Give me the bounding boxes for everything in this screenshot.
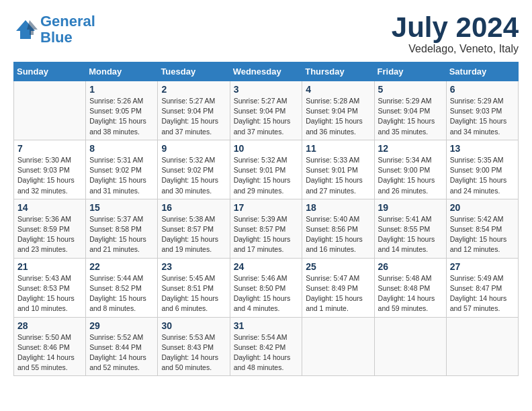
day-info: Sunrise: 5:27 AMSunset: 9:04 PMDaylight:… <box>234 96 299 137</box>
column-header-sunday: Sunday <box>14 62 86 81</box>
day-info: Sunrise: 5:29 AMSunset: 9:03 PMDaylight:… <box>450 96 515 137</box>
logo-icon <box>13 17 38 42</box>
day-info: Sunrise: 5:50 AMSunset: 8:46 PMDaylight:… <box>17 332 82 373</box>
day-number: 20 <box>450 202 515 213</box>
day-info: Sunrise: 5:37 AMSunset: 8:58 PMDaylight:… <box>89 214 154 255</box>
page-header: General Blue July 2024 Vedelago, Veneto,… <box>13 13 519 55</box>
column-header-friday: Friday <box>374 62 446 81</box>
calendar-cell: 27Sunrise: 5:49 AMSunset: 8:47 PMDayligh… <box>446 258 518 317</box>
day-number: 4 <box>306 84 370 95</box>
calendar-cell <box>446 317 518 376</box>
logo-text: General Blue <box>40 13 95 46</box>
day-number: 7 <box>17 143 82 154</box>
day-number: 15 <box>89 202 154 213</box>
calendar-table: SundayMondayTuesdayWednesdayThursdayFrid… <box>13 62 519 376</box>
column-header-thursday: Thursday <box>302 62 374 81</box>
day-number: 16 <box>161 202 226 213</box>
day-info: Sunrise: 5:26 AMSunset: 9:05 PMDaylight:… <box>89 96 154 137</box>
calendar-cell: 21Sunrise: 5:43 AMSunset: 8:53 PMDayligh… <box>14 258 86 317</box>
day-number: 5 <box>378 84 443 95</box>
day-number: 8 <box>89 143 154 154</box>
month-title: July 2024 <box>392 13 519 42</box>
calendar-cell: 12Sunrise: 5:34 AMSunset: 9:00 PMDayligh… <box>374 140 446 199</box>
day-info: Sunrise: 5:46 AMSunset: 8:50 PMDaylight:… <box>234 273 299 314</box>
day-info: Sunrise: 5:28 AMSunset: 9:04 PMDaylight:… <box>306 96 370 137</box>
day-number: 31 <box>234 320 299 331</box>
calendar-cell: 6Sunrise: 5:29 AMSunset: 9:03 PMDaylight… <box>446 81 518 140</box>
calendar-cell: 24Sunrise: 5:46 AMSunset: 8:50 PMDayligh… <box>230 258 302 317</box>
calendar-week-3: 14Sunrise: 5:36 AMSunset: 8:59 PMDayligh… <box>14 199 519 258</box>
calendar-cell: 2Sunrise: 5:27 AMSunset: 9:04 PMDaylight… <box>158 81 230 140</box>
calendar-cell: 23Sunrise: 5:45 AMSunset: 8:51 PMDayligh… <box>158 258 230 317</box>
day-number: 6 <box>450 84 515 95</box>
column-header-wednesday: Wednesday <box>230 62 302 81</box>
calendar-cell: 19Sunrise: 5:41 AMSunset: 8:55 PMDayligh… <box>374 199 446 258</box>
calendar-cell: 10Sunrise: 5:32 AMSunset: 9:01 PMDayligh… <box>230 140 302 199</box>
day-number: 27 <box>450 261 515 272</box>
day-info: Sunrise: 5:33 AMSunset: 9:01 PMDaylight:… <box>306 155 370 196</box>
day-number: 17 <box>234 202 299 213</box>
day-number: 9 <box>161 143 226 154</box>
calendar-cell: 18Sunrise: 5:40 AMSunset: 8:56 PMDayligh… <box>302 199 374 258</box>
day-info: Sunrise: 5:38 AMSunset: 8:57 PMDaylight:… <box>161 214 226 255</box>
calendar-cell: 15Sunrise: 5:37 AMSunset: 8:58 PMDayligh… <box>86 199 158 258</box>
day-number: 18 <box>306 202 370 213</box>
calendar-header-row: SundayMondayTuesdayWednesdayThursdayFrid… <box>14 62 519 81</box>
day-info: Sunrise: 5:49 AMSunset: 8:47 PMDaylight:… <box>450 273 515 314</box>
day-number: 26 <box>378 261 443 272</box>
calendar-cell: 5Sunrise: 5:29 AMSunset: 9:04 PMDaylight… <box>374 81 446 140</box>
day-number: 12 <box>378 143 443 154</box>
day-number: 11 <box>306 143 370 154</box>
calendar-cell: 4Sunrise: 5:28 AMSunset: 9:04 PMDaylight… <box>302 81 374 140</box>
column-header-saturday: Saturday <box>446 62 518 81</box>
day-number: 1 <box>89 84 154 95</box>
day-number: 28 <box>17 320 82 331</box>
calendar-cell: 16Sunrise: 5:38 AMSunset: 8:57 PMDayligh… <box>158 199 230 258</box>
column-header-monday: Monday <box>86 62 158 81</box>
calendar-cell: 3Sunrise: 5:27 AMSunset: 9:04 PMDaylight… <box>230 81 302 140</box>
calendar-cell: 9Sunrise: 5:32 AMSunset: 9:02 PMDaylight… <box>158 140 230 199</box>
day-info: Sunrise: 5:41 AMSunset: 8:55 PMDaylight:… <box>378 214 443 255</box>
calendar-cell: 13Sunrise: 5:35 AMSunset: 9:00 PMDayligh… <box>446 140 518 199</box>
day-info: Sunrise: 5:34 AMSunset: 9:00 PMDaylight:… <box>378 155 443 196</box>
day-info: Sunrise: 5:32 AMSunset: 9:01 PMDaylight:… <box>234 155 299 196</box>
day-info: Sunrise: 5:52 AMSunset: 8:44 PMDaylight:… <box>89 332 154 373</box>
day-info: Sunrise: 5:29 AMSunset: 9:04 PMDaylight:… <box>378 96 443 137</box>
calendar-cell <box>302 317 374 376</box>
day-number: 13 <box>450 143 515 154</box>
calendar-cell: 26Sunrise: 5:48 AMSunset: 8:48 PMDayligh… <box>374 258 446 317</box>
day-info: Sunrise: 5:32 AMSunset: 9:02 PMDaylight:… <box>161 155 226 196</box>
calendar-cell <box>14 81 86 140</box>
day-info: Sunrise: 5:53 AMSunset: 8:43 PMDaylight:… <box>161 332 226 373</box>
logo-line1: General <box>40 13 95 30</box>
calendar-week-5: 28Sunrise: 5:50 AMSunset: 8:46 PMDayligh… <box>14 317 519 376</box>
calendar-cell: 17Sunrise: 5:39 AMSunset: 8:57 PMDayligh… <box>230 199 302 258</box>
calendar-cell: 20Sunrise: 5:42 AMSunset: 8:54 PMDayligh… <box>446 199 518 258</box>
calendar-cell: 14Sunrise: 5:36 AMSunset: 8:59 PMDayligh… <box>14 199 86 258</box>
day-info: Sunrise: 5:42 AMSunset: 8:54 PMDaylight:… <box>450 214 515 255</box>
day-info: Sunrise: 5:54 AMSunset: 8:42 PMDaylight:… <box>234 332 299 373</box>
day-number: 14 <box>17 202 82 213</box>
day-info: Sunrise: 5:47 AMSunset: 8:49 PMDaylight:… <box>306 273 370 314</box>
day-number: 19 <box>378 202 443 213</box>
calendar-cell: 31Sunrise: 5:54 AMSunset: 8:42 PMDayligh… <box>230 317 302 376</box>
calendar-week-2: 7Sunrise: 5:30 AMSunset: 9:03 PMDaylight… <box>14 140 519 199</box>
day-number: 2 <box>161 84 226 95</box>
day-info: Sunrise: 5:48 AMSunset: 8:48 PMDaylight:… <box>378 273 443 314</box>
calendar-cell: 29Sunrise: 5:52 AMSunset: 8:44 PMDayligh… <box>86 317 158 376</box>
day-number: 21 <box>17 261 82 272</box>
calendar-cell: 25Sunrise: 5:47 AMSunset: 8:49 PMDayligh… <box>302 258 374 317</box>
logo-line2: Blue <box>40 29 73 46</box>
title-block: July 2024 Vedelago, Veneto, Italy <box>392 13 519 55</box>
day-number: 29 <box>89 320 154 331</box>
day-number: 30 <box>161 320 226 331</box>
day-info: Sunrise: 5:45 AMSunset: 8:51 PMDaylight:… <box>161 273 226 314</box>
day-number: 25 <box>306 261 370 272</box>
calendar-week-4: 21Sunrise: 5:43 AMSunset: 8:53 PMDayligh… <box>14 258 519 317</box>
calendar-cell: 7Sunrise: 5:30 AMSunset: 9:03 PMDaylight… <box>14 140 86 199</box>
day-number: 24 <box>234 261 299 272</box>
day-info: Sunrise: 5:27 AMSunset: 9:04 PMDaylight:… <box>161 96 226 137</box>
day-info: Sunrise: 5:39 AMSunset: 8:57 PMDaylight:… <box>234 214 299 255</box>
day-info: Sunrise: 5:30 AMSunset: 9:03 PMDaylight:… <box>17 155 82 196</box>
column-header-tuesday: Tuesday <box>158 62 230 81</box>
